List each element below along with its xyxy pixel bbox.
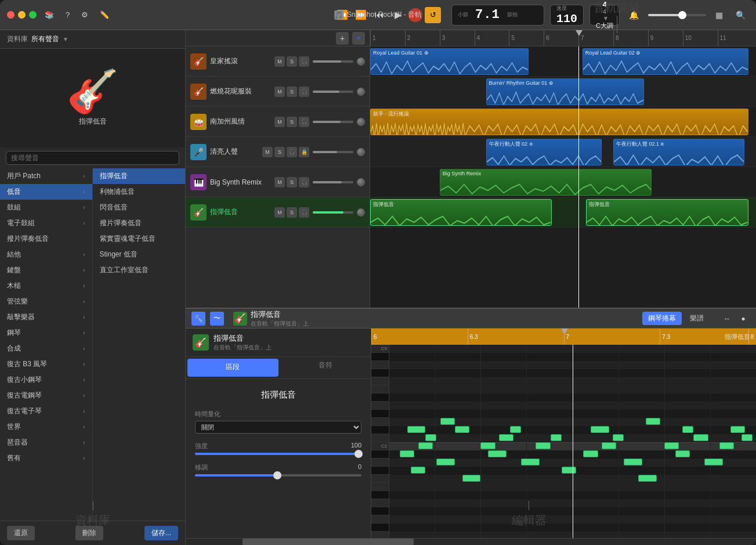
patch-item-pick[interactable]: 撥片彈奏低音 (93, 215, 186, 231)
lane-6[interactable]: 指彈低音 指彈低音 (370, 197, 756, 228)
note-4[interactable] (425, 434, 436, 441)
note-19[interactable] (664, 442, 679, 449)
lane-5[interactable]: Big Synth Remix (370, 167, 756, 197)
clip-burnin-rhythm[interactable]: Burnin' Rhythm Guitar 01 ⊕ (486, 78, 645, 105)
editor-midi-btn[interactable]: 〜 (210, 312, 224, 326)
editor-tab-region[interactable]: 區段 (187, 359, 278, 377)
clip-big-synth[interactable]: Big Synth Remix (440, 169, 652, 196)
patch-item-liverpool[interactable]: 利物浦低音 (93, 184, 186, 200)
track-pan-knob-1[interactable] (357, 57, 365, 66)
track-solo-btn-5[interactable]: S (287, 177, 297, 187)
track-headphone-btn-4[interactable]: 🎧 (287, 147, 297, 157)
track-headphone-btn-2[interactable]: 🎧 (299, 86, 309, 97)
note-31[interactable] (440, 418, 455, 425)
track-pan-knob-4[interactable] (357, 148, 365, 156)
track-mute-btn-6[interactable]: M (274, 207, 285, 218)
add-track-button[interactable]: + (336, 32, 349, 45)
note-26[interactable] (741, 434, 753, 441)
track-mute-btn-3[interactable]: M (274, 117, 285, 127)
lane-1[interactable]: Royal Lead Guitar 01 ⊕ Royal Lead Guitar… (370, 46, 756, 77)
clip-midnight-vocal-01[interactable]: 午夜行動人聲 02 ⊕ (486, 139, 602, 165)
patch-item-fingerstyle[interactable]: 指彈低音 (93, 168, 186, 184)
patch-item-flash[interactable]: 閃音低音 (93, 200, 186, 215)
track-volume-3[interactable] (313, 121, 353, 123)
note-28[interactable] (462, 475, 481, 482)
track-solo-btn-2[interactable]: S (287, 86, 297, 97)
track-lock-btn-4[interactable]: 🔒 (299, 147, 309, 157)
note-22[interactable] (693, 434, 708, 441)
track-solo-btn-4[interactable]: S (274, 147, 285, 157)
lane-3[interactable]: 鼓手 - 流行搖滾 (370, 107, 756, 137)
note-9[interactable] (499, 434, 513, 441)
track-pan-knob-6[interactable] (357, 208, 365, 216)
track-mute-btn-5[interactable]: M (274, 177, 285, 187)
clip-royal-lead-01[interactable]: Royal Lead Guitar 01 ⊕ (370, 48, 529, 75)
track-volume-4[interactable] (313, 151, 353, 153)
editor-tool-pencil[interactable]: 🔧 (191, 312, 205, 326)
category-item-toy-piano[interactable]: 復古小鋼琴 › (0, 372, 92, 388)
category-item-arpeggio[interactable]: 琶音器 › (0, 435, 92, 450)
restore-button[interactable]: 還原 (7, 526, 35, 540)
minimize-button[interactable] (18, 11, 26, 19)
library-toggle-button[interactable]: 📚 (41, 8, 57, 21)
score-btn[interactable]: 樂譜 (684, 312, 710, 325)
note-2[interactable] (407, 426, 426, 433)
note-13[interactable] (551, 434, 562, 441)
note-29[interactable] (562, 467, 576, 474)
note-27[interactable] (411, 467, 425, 474)
editor-tab-notes[interactable]: 音符 (280, 357, 371, 378)
note-11[interactable] (521, 459, 540, 465)
lane-2[interactable]: Burnin' Rhythm Guitar 01 ⊕ (370, 77, 756, 107)
note-3[interactable] (418, 442, 433, 449)
category-item-keyboard[interactable]: 鍵盤 › (0, 262, 92, 278)
note-12[interactable] (536, 442, 550, 449)
category-item-electric-piano[interactable]: 復古電鋼琴 › (0, 388, 92, 403)
track-mute-btn-1[interactable]: M (274, 56, 285, 67)
search-input[interactable] (6, 151, 179, 165)
lane-4[interactable]: 午夜行動人聲 02 ⊕ 午夜行動人聲 02.1 ⊕ (370, 137, 756, 167)
track-solo-btn-1[interactable]: S (287, 56, 297, 67)
category-item-legacy[interactable]: 舊有 › (0, 450, 92, 466)
note-17[interactable] (613, 434, 624, 441)
note-32[interactable] (646, 418, 660, 425)
track-pan-knob-5[interactable] (357, 178, 365, 186)
patch-item-upright[interactable]: 直立工作室低音 (93, 262, 186, 278)
clip-drum-pop-rock[interactable]: 鼓手 - 流行搖滾 (370, 109, 748, 135)
editor-close-btn[interactable]: ● (736, 312, 750, 326)
track-mute-btn-2[interactable]: M (274, 86, 285, 97)
category-item-world[interactable]: 世界 › (0, 419, 92, 435)
category-item-drum[interactable]: 鼓組 › (0, 200, 92, 215)
category-item-piano[interactable]: 鋼琴 › (0, 325, 92, 341)
track-solo-btn-6[interactable]: S (287, 207, 297, 218)
help-button[interactable]: ? (62, 8, 73, 21)
note-14[interactable] (583, 450, 598, 457)
category-item-orchestral[interactable]: 管弦樂 › (0, 294, 92, 309)
track-volume-5[interactable] (313, 181, 353, 183)
track-volume-1[interactable] (313, 60, 353, 63)
patch-item-stinger[interactable]: Stinger 低音 (93, 247, 186, 262)
note-25[interactable] (730, 426, 745, 433)
clip-midnight-vocal-02[interactable]: 午夜行動人聲 02.1 ⊕ (613, 139, 744, 165)
pencil-button[interactable]: ✏️ (96, 8, 113, 21)
editor-resize-btn[interactable]: ↔ (720, 312, 734, 326)
note-20[interactable] (675, 450, 690, 457)
track-volume-2[interactable] (313, 91, 353, 93)
note-21[interactable] (682, 426, 693, 433)
note-7[interactable] (480, 442, 495, 449)
cycle-button[interactable]: ↺ (425, 7, 441, 23)
time-signature-display[interactable]: 4 4 ▼ C大調 (589, 5, 620, 26)
category-item-electric-organ[interactable]: 復古電子琴 › (0, 403, 92, 419)
category-item-edrums[interactable]: 電子鼓組 › (0, 215, 92, 231)
track-volume-6[interactable] (313, 211, 353, 214)
category-item-user-patch[interactable]: 用戶 Patch › (0, 168, 92, 184)
category-item-synth[interactable]: 合成 › (0, 341, 92, 356)
category-item-b3[interactable]: 復古 B3 風琴 › (0, 356, 92, 372)
clip-royal-lead-02[interactable]: Royal Lead Guitar 02 ⊕ (583, 48, 748, 75)
clip-bass-1[interactable]: 指彈低音 (370, 199, 552, 226)
maximize-button[interactable] (29, 11, 37, 19)
track-headphone-btn-6[interactable]: 🎧 (299, 207, 309, 218)
editor-scrollbar[interactable] (186, 538, 756, 545)
note-8[interactable] (488, 450, 507, 457)
grid-view-button[interactable]: ▦ (712, 8, 726, 22)
clip-bass-2[interactable]: 指彈低音 (586, 199, 748, 226)
